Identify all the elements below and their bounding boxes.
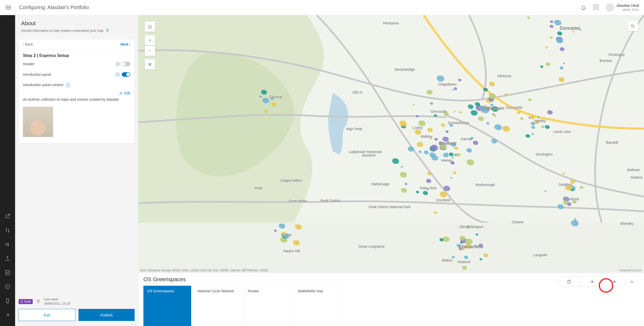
map-label: Loxley bbox=[413, 126, 423, 130]
map-label: Dinnington bbox=[536, 152, 553, 156]
header-toggle[interactable] bbox=[122, 62, 130, 66]
menu-icon[interactable] bbox=[5, 4, 12, 11]
map-label: Boltham bbox=[627, 168, 640, 172]
map-label: Great Longstone bbox=[358, 244, 385, 248]
avatar-icon bbox=[606, 3, 614, 12]
back-button[interactable]: ‹ Back bbox=[23, 42, 33, 46]
svg-point-4 bbox=[631, 25, 634, 27]
map-label: Worksop bbox=[565, 197, 579, 201]
layers-icon[interactable] bbox=[145, 59, 155, 69]
config-panel: About Include information to help reader… bbox=[15, 15, 138, 326]
zoom-out-button[interactable]: − bbox=[145, 46, 155, 56]
map-label: Peak District National Park bbox=[369, 205, 411, 209]
intro-panel-label: Introduction panel bbox=[23, 73, 51, 77]
map-label: Gateford bbox=[558, 183, 572, 187]
map-label: Sheffield bbox=[439, 141, 456, 146]
about-subtext: Include information to help readers unde… bbox=[21, 28, 132, 33]
search-icon[interactable] bbox=[628, 21, 638, 31]
attribution-text: Esri, Ordnance Survey, NASA, NGA, USGS |… bbox=[140, 269, 268, 272]
map-label: Ladybower Reservoir bbox=[349, 150, 382, 154]
map-label: 550 m bbox=[353, 90, 363, 94]
edit-button[interactable]: Edit bbox=[119, 91, 130, 95]
map-label: Rotherham bbox=[482, 106, 504, 111]
map-label: Hasland bbox=[457, 260, 470, 264]
map-label: Maltby bbox=[535, 119, 546, 123]
tip-icon[interactable] bbox=[105, 28, 109, 33]
map-label: Grenoside bbox=[430, 110, 447, 114]
map-label: Walkley bbox=[420, 134, 433, 138]
announce-icon[interactable] bbox=[5, 241, 11, 247]
expand-rail-icon[interactable] bbox=[5, 312, 11, 318]
next-icon[interactable] bbox=[603, 277, 626, 286]
map-label: High Peak bbox=[346, 127, 363, 131]
map-label: Sunnyside bbox=[506, 105, 522, 110]
carousel-thumb[interactable]: Routes bbox=[244, 286, 292, 326]
map-label: Penistone bbox=[383, 21, 399, 25]
map-label: Doncaster bbox=[560, 26, 580, 31]
label-layer: PenistoneDoncasterStocksbridgeGlossopGre… bbox=[138, 15, 644, 273]
map-label: Totley Rise bbox=[419, 186, 436, 190]
draft-badge: Draft bbox=[19, 299, 33, 304]
map-label: Chapeltown bbox=[438, 82, 457, 86]
help-icon[interactable] bbox=[558, 277, 580, 286]
swap-icon[interactable] bbox=[5, 227, 11, 233]
publish-button[interactable]: Publish bbox=[78, 309, 135, 321]
carousel-controls bbox=[557, 277, 626, 287]
app-launcher-icon[interactable] bbox=[593, 5, 599, 11]
map-label: Ranskill bbox=[606, 140, 618, 144]
author-photo bbox=[23, 107, 53, 137]
previous-icon[interactable] bbox=[580, 277, 603, 286]
exit-button[interactable]: Exit bbox=[19, 309, 75, 321]
map-label: Old Whittington bbox=[459, 225, 484, 229]
map-label: Mosborough bbox=[475, 183, 495, 187]
notifications-icon[interactable] bbox=[580, 5, 586, 11]
map-label: Chapel Milton bbox=[280, 178, 302, 183]
map-label: Peak District bbox=[320, 199, 340, 203]
last-save: Last save: 14/06/2021, 13:18 bbox=[44, 297, 70, 306]
map-label: Stocksbridge bbox=[394, 67, 415, 71]
map-label: Peak bbox=[254, 186, 262, 190]
header-option-label: Header bbox=[23, 62, 34, 66]
map-label: Chesterfield bbox=[459, 244, 483, 249]
carousel-thumb[interactable]: National Cycle Network bbox=[194, 286, 242, 326]
map-label: Darnall bbox=[461, 137, 472, 141]
delete-icon[interactable] bbox=[36, 299, 40, 304]
map-label: Bamford bbox=[362, 153, 375, 157]
home-icon[interactable] bbox=[145, 22, 155, 32]
info-icon[interactable]: i bbox=[116, 62, 120, 66]
info-icon[interactable]: i bbox=[116, 73, 120, 77]
map-label: Dronfield bbox=[436, 198, 450, 202]
user-menu[interactable]: Alasdiar Hind ahind_EAC bbox=[606, 3, 639, 12]
map-label: Walton bbox=[442, 258, 453, 262]
left-rail bbox=[0, 15, 15, 326]
user-name: Alasdiar Hind bbox=[617, 3, 639, 8]
map-label: Langwith bbox=[533, 253, 547, 257]
zoom-in-button[interactable]: + bbox=[145, 35, 155, 45]
device-icon[interactable] bbox=[5, 298, 11, 304]
map-label: Retford bbox=[631, 175, 642, 179]
about-heading: About bbox=[21, 20, 132, 27]
carousel: OS Greenspaces OS GreenspacesNational Cy… bbox=[138, 273, 644, 326]
map-label: Hathersage bbox=[371, 182, 389, 186]
user-id: ahind_EAC bbox=[622, 8, 639, 12]
next-button[interactable]: Next › bbox=[120, 42, 130, 46]
step-title: Step 2 | Express Setup bbox=[19, 50, 134, 59]
collapse-icon[interactable] bbox=[630, 279, 634, 284]
map-viewport[interactable]: PenistoneDoncasterStocksbridgeGlossopGre… bbox=[138, 15, 644, 273]
powered-by-text: Powered by Esri bbox=[620, 269, 641, 272]
info-icon[interactable]: i bbox=[66, 83, 70, 87]
map-label: Grimesthorpe bbox=[448, 121, 469, 125]
intro-panel-toggle[interactable] bbox=[122, 72, 130, 77]
topbar: Configuring: Alasdair's Portfolio Alasdi… bbox=[0, 0, 644, 15]
info-icon[interactable] bbox=[5, 284, 11, 290]
page-title: Configuring: Alasdair's Portfolio bbox=[19, 5, 89, 10]
carousel-thumb[interactable]: Battlefields map bbox=[294, 286, 342, 326]
export-icon[interactable] bbox=[5, 256, 11, 262]
map-label: Branton bbox=[599, 59, 612, 63]
intro-description: An eclectic collection of maps and scene… bbox=[19, 96, 127, 106]
map-label: Elkesley bbox=[620, 222, 633, 226]
analytics-icon[interactable] bbox=[5, 270, 11, 276]
map-label: Clowne bbox=[512, 220, 524, 224]
carousel-thumb[interactable]: OS Greenspaces bbox=[143, 286, 191, 326]
share-icon[interactable] bbox=[5, 213, 11, 219]
